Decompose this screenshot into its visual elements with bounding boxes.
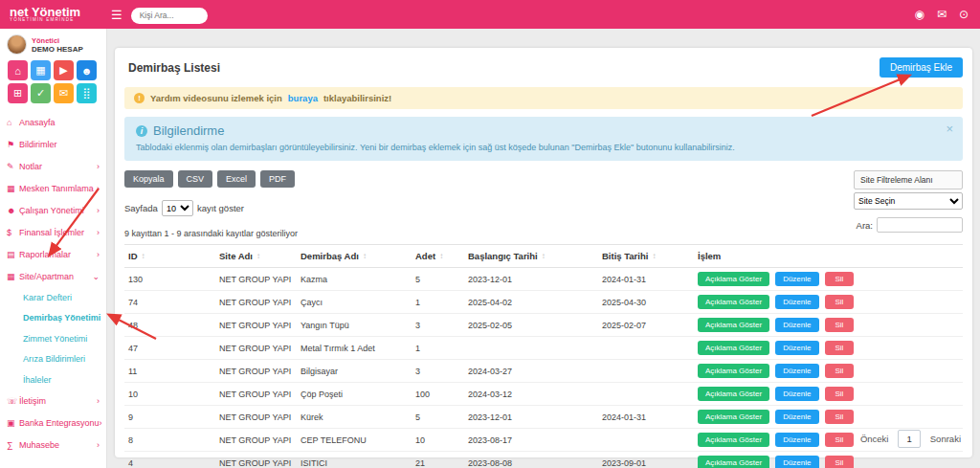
a-klama-g-ster-button[interactable]: Açıklama Göster	[698, 341, 769, 355]
column-header-biti-tarihi[interactable]: Bitiş Tarihi↕	[598, 245, 694, 267]
cell-site: NET GROUP YAPI	[215, 363, 297, 380]
chevron-right-icon: ›	[97, 228, 100, 237]
table-search-input[interactable]	[877, 217, 963, 233]
brand-tagline: YÖNETİMİN EMRİNDE	[10, 18, 107, 23]
home-icon[interactable]: ⌂	[8, 60, 28, 80]
avatar[interactable]	[7, 34, 27, 55]
column-header-ba-lang-tarihi[interactable]: Başlangıç Tarihi↕	[464, 245, 598, 267]
d-zenle-button[interactable]: Düzenle	[775, 456, 818, 468]
sil-button[interactable]: Sil	[825, 456, 855, 468]
column-label: Adet	[415, 251, 435, 261]
sort-icon[interactable]: ↕	[542, 252, 546, 260]
sidebar-item-mesken-tan-mlama[interactable]: ▦Mesken Tanımlama›	[0, 177, 106, 199]
d-zenle-button[interactable]: Düzenle	[775, 272, 818, 286]
chat-icon[interactable]: ✉	[54, 83, 74, 103]
a-klama-g-ster-button[interactable]: Açıklama Göster	[698, 272, 769, 286]
cell-name: Kazma	[297, 271, 412, 288]
camera-icon[interactable]: ◉	[914, 9, 924, 20]
d-zenle-button[interactable]: Düzenle	[775, 410, 818, 424]
d-zenle-button[interactable]: Düzenle	[775, 341, 818, 355]
pagination-prev[interactable]: Önceki	[860, 434, 889, 444]
vehicle-icon[interactable]: ⊞	[8, 83, 28, 103]
column-header-adet[interactable]: Adet↕	[412, 245, 464, 267]
hamburger-menu-icon[interactable]: ☰	[111, 8, 122, 22]
sidebar-item-raporlamalar[interactable]: ▤Raporlamalar›	[0, 243, 106, 265]
export-excel-button[interactable]: Excel	[217, 170, 256, 188]
quick-tiles: ⌂▦▶☻⊞✓✉⣿	[0, 58, 106, 108]
export-csv-button[interactable]: CSV	[178, 170, 213, 188]
sidebar-item-notlar[interactable]: ✎Notlar›	[0, 155, 106, 177]
table-row: 9NET GROUP YAPIKürek52023-12-012024-01-3…	[124, 406, 963, 429]
sil-button[interactable]: Sil	[825, 410, 855, 424]
sort-icon[interactable]: ↕	[652, 252, 656, 260]
d-zenle-button[interactable]: Düzenle	[775, 295, 818, 309]
a-klama-g-ster-button[interactable]: Açıklama Göster	[698, 387, 769, 401]
buildings-icon[interactable]: ▦	[31, 60, 51, 80]
sil-button[interactable]: Sil	[825, 387, 855, 401]
page-size-select[interactable]: 10	[162, 200, 193, 216]
apps-grid-icon[interactable]: ⣿	[77, 83, 97, 103]
help-video-bar: ! Yardım videosunu izlemek için buraya t…	[124, 87, 963, 109]
d-zenle-button[interactable]: Düzenle	[775, 364, 818, 378]
a-klama-g-ster-button[interactable]: Açıklama Göster	[698, 364, 769, 378]
row-actions: Açıklama GösterDüzenleSil	[694, 268, 963, 290]
a-klama-g-ster-button[interactable]: Açıklama Göster	[698, 318, 769, 332]
mail-icon[interactable]: ✉	[937, 9, 947, 20]
sidebar-item-i-leti-im[interactable]: ☏İletişim›	[0, 390, 106, 412]
sidebar-subitem-i-haleler[interactable]: İhaleler	[0, 369, 106, 390]
cell-name: CEP TELEFONU	[297, 432, 412, 449]
sidebar-item-muhasebe[interactable]: ∑Muhasebe›	[0, 435, 106, 457]
d-zenle-button[interactable]: Düzenle	[775, 433, 818, 447]
person-search-input[interactable]	[131, 8, 208, 24]
power-icon[interactable]: ⊙	[959, 9, 969, 20]
sidebar-item-banka-entegrasyonu[interactable]: ▣Banka Entegrasyonu›	[0, 412, 106, 435]
a-klama-g-ster-button[interactable]: Açıklama Göster	[698, 456, 769, 468]
sidebar-subitem-ar-za-bildirimleri[interactable]: Arıza Bildirimleri	[0, 349, 106, 370]
brand-logo[interactable]: net Yönetim YÖNETİMİN EMRİNDE	[0, 6, 107, 23]
sort-icon[interactable]: ↕	[142, 252, 145, 260]
close-icon[interactable]: ×	[946, 122, 953, 136]
column-header-id[interactable]: ID↕	[124, 245, 215, 267]
people-icon[interactable]: ☻	[77, 60, 97, 80]
add-asset-button[interactable]: Demirbaş Ekle	[880, 57, 963, 78]
site-filter-select[interactable]: Site Seçin	[854, 192, 963, 210]
sort-icon[interactable]: ↕	[256, 252, 260, 260]
sidebar-item-anasayfa[interactable]: ⌂Anasayfa	[0, 111, 106, 133]
export-pdf-button[interactable]: PDF	[260, 170, 295, 188]
sidebar-subitem-label: Karar Defteri	[23, 293, 72, 302]
d-zenle-button[interactable]: Düzenle	[775, 318, 818, 332]
a-klama-g-ster-button[interactable]: Açıklama Göster	[698, 410, 769, 424]
table-row: 47NET GROUP YAPIMetal Tırmık 1 Adet1Açık…	[124, 337, 963, 360]
a-klama-g-ster-button[interactable]: Açıklama Göster	[698, 295, 769, 309]
sidebar-item-finansal-i-lemler[interactable]: $Finansal İşlemler›	[0, 221, 106, 243]
sort-icon[interactable]: ↕	[363, 252, 367, 260]
sil-button[interactable]: Sil	[825, 341, 855, 355]
a-klama-g-ster-button[interactable]: Açıklama Göster	[698, 433, 769, 447]
column-header-demirba-ad[interactable]: Demirbaş Adı↕	[297, 245, 412, 267]
sil-button[interactable]: Sil	[825, 364, 855, 378]
pagination-current-page[interactable]: 1	[898, 430, 920, 448]
help-video-link[interactable]: buraya	[288, 93, 318, 103]
d-zenle-button[interactable]: Düzenle	[775, 387, 818, 401]
thumbs-up-icon[interactable]: ✓	[31, 83, 51, 103]
row-actions: Açıklama GösterDüzenleSil	[694, 406, 963, 428]
finance-icon: $	[7, 228, 19, 237]
video-camera-icon[interactable]: ▶	[54, 60, 74, 80]
cell-id: 74	[124, 294, 215, 311]
pagination-next[interactable]: Sonraki	[930, 434, 961, 444]
sidebar-subitem-karar-defteri[interactable]: Karar Defteri	[0, 287, 106, 308]
sil-button[interactable]: Sil	[825, 433, 855, 447]
column-label: İşlem	[698, 251, 721, 261]
sidebar-subitem-demirba-y-netimi[interactable]: Demirbaş Yönetimi	[0, 308, 106, 329]
sidebar-item-site-apartman[interactable]: ▦Site/Apartman⌄	[0, 265, 106, 287]
cell-id: 47	[124, 340, 215, 357]
sil-button[interactable]: Sil	[825, 295, 855, 309]
sil-button[interactable]: Sil	[825, 318, 855, 332]
sort-icon[interactable]: ↕	[439, 252, 443, 260]
sil-button[interactable]: Sil	[825, 272, 855, 286]
export-kopyala-button[interactable]: Kopyala	[124, 170, 173, 188]
column-header-site-ad[interactable]: Site Adı↕	[215, 245, 297, 267]
sidebar-item-bildirimler[interactable]: ⚑Bildirimler	[0, 133, 106, 155]
sidebar-item-al-an-y-netimi[interactable]: ☻Çalışan Yönetimi›	[0, 199, 106, 221]
sidebar-subitem-zimmet-y-netimi[interactable]: Zimmet Yönetimi	[0, 328, 106, 349]
